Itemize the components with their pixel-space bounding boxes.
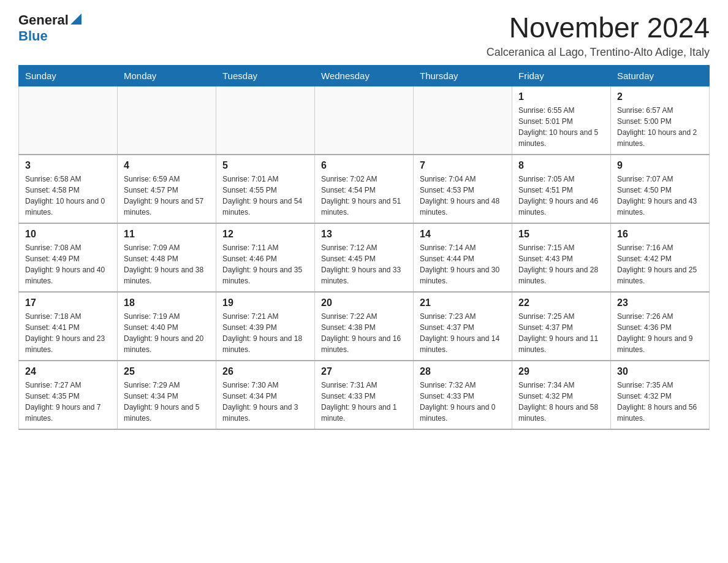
calendar-cell — [216, 86, 315, 155]
day-info: Sunrise: 7:21 AM Sunset: 4:39 PM Dayligh… — [222, 312, 302, 354]
calendar-cell: 28Sunrise: 7:32 AM Sunset: 4:33 PM Dayli… — [414, 361, 512, 429]
day-number: 11 — [124, 229, 210, 240]
calendar-week-row: 1Sunrise: 6:55 AM Sunset: 5:01 PM Daylig… — [19, 86, 710, 155]
day-info: Sunrise: 7:35 AM Sunset: 4:32 PM Dayligh… — [617, 381, 697, 423]
day-number: 24 — [25, 366, 111, 377]
day-number: 29 — [518, 366, 604, 377]
calendar-week-row: 24Sunrise: 7:27 AM Sunset: 4:35 PM Dayli… — [19, 361, 710, 429]
calendar-cell — [118, 86, 216, 155]
calendar-cell: 21Sunrise: 7:23 AM Sunset: 4:37 PM Dayli… — [414, 292, 512, 361]
calendar-cell: 30Sunrise: 7:35 AM Sunset: 4:32 PM Dayli… — [611, 361, 710, 429]
day-info: Sunrise: 7:16 AM Sunset: 4:42 PM Dayligh… — [617, 243, 697, 285]
logo-general: General — [18, 12, 69, 28]
day-number: 4 — [124, 160, 210, 171]
day-info: Sunrise: 7:08 AM Sunset: 4:49 PM Dayligh… — [25, 243, 105, 285]
day-number: 28 — [420, 366, 506, 377]
calendar-cell: 19Sunrise: 7:21 AM Sunset: 4:39 PM Dayli… — [216, 292, 315, 361]
day-info: Sunrise: 7:09 AM Sunset: 4:48 PM Dayligh… — [124, 243, 203, 285]
day-info: Sunrise: 7:31 AM Sunset: 4:33 PM Dayligh… — [321, 381, 396, 423]
day-info: Sunrise: 7:18 AM Sunset: 4:41 PM Dayligh… — [25, 312, 105, 354]
day-info: Sunrise: 7:07 AM Sunset: 4:50 PM Dayligh… — [617, 175, 697, 216]
day-number: 15 — [518, 229, 604, 240]
weekday-header: Wednesday — [315, 65, 414, 86]
calendar-cell: 17Sunrise: 7:18 AM Sunset: 4:41 PM Dayli… — [19, 292, 118, 361]
day-info: Sunrise: 7:14 AM Sunset: 4:44 PM Dayligh… — [420, 243, 499, 285]
weekday-header: Sunday — [19, 65, 118, 86]
weekday-header: Monday — [118, 65, 216, 86]
calendar-cell: 4Sunrise: 6:59 AM Sunset: 4:57 PM Daylig… — [118, 155, 216, 223]
day-number: 7 — [420, 160, 506, 171]
page-header: General Blue November 2024 Calceranica a… — [18, 12, 710, 59]
day-number: 1 — [518, 91, 604, 102]
calendar-cell — [315, 86, 414, 155]
day-number: 10 — [25, 229, 111, 240]
calendar-cell: 9Sunrise: 7:07 AM Sunset: 4:50 PM Daylig… — [611, 155, 710, 223]
day-info: Sunrise: 7:29 AM Sunset: 4:34 PM Dayligh… — [124, 381, 199, 423]
day-number: 16 — [617, 229, 703, 240]
day-info: Sunrise: 7:12 AM Sunset: 4:45 PM Dayligh… — [321, 243, 401, 285]
calendar-cell: 29Sunrise: 7:34 AM Sunset: 4:32 PM Dayli… — [512, 361, 611, 429]
calendar-cell: 26Sunrise: 7:30 AM Sunset: 4:34 PM Dayli… — [216, 361, 315, 429]
day-info: Sunrise: 7:15 AM Sunset: 4:43 PM Dayligh… — [518, 243, 598, 285]
calendar-cell: 13Sunrise: 7:12 AM Sunset: 4:45 PM Dayli… — [315, 223, 414, 292]
day-info: Sunrise: 7:05 AM Sunset: 4:51 PM Dayligh… — [518, 175, 598, 216]
calendar-cell: 14Sunrise: 7:14 AM Sunset: 4:44 PM Dayli… — [414, 223, 512, 292]
day-info: Sunrise: 7:34 AM Sunset: 4:32 PM Dayligh… — [518, 381, 598, 423]
calendar-cell: 27Sunrise: 7:31 AM Sunset: 4:33 PM Dayli… — [315, 361, 414, 429]
day-number: 5 — [222, 160, 308, 171]
day-number: 23 — [617, 297, 703, 308]
day-info: Sunrise: 7:32 AM Sunset: 4:33 PM Dayligh… — [420, 381, 495, 423]
day-number: 27 — [321, 366, 407, 377]
calendar-cell: 3Sunrise: 6:58 AM Sunset: 4:58 PM Daylig… — [19, 155, 118, 223]
day-info: Sunrise: 6:58 AM Sunset: 4:58 PM Dayligh… — [25, 175, 105, 216]
day-info: Sunrise: 7:11 AM Sunset: 4:46 PM Dayligh… — [222, 243, 302, 285]
calendar-cell: 22Sunrise: 7:25 AM Sunset: 4:37 PM Dayli… — [512, 292, 611, 361]
day-number: 12 — [222, 229, 308, 240]
calendar-week-row: 17Sunrise: 7:18 AM Sunset: 4:41 PM Dayli… — [19, 292, 710, 361]
weekday-header: Tuesday — [216, 65, 315, 86]
day-info: Sunrise: 7:23 AM Sunset: 4:37 PM Dayligh… — [420, 312, 499, 354]
day-number: 3 — [25, 160, 111, 171]
day-info: Sunrise: 7:22 AM Sunset: 4:38 PM Dayligh… — [321, 312, 401, 354]
day-info: Sunrise: 7:04 AM Sunset: 4:53 PM Dayligh… — [420, 175, 499, 216]
day-number: 9 — [617, 160, 703, 171]
calendar-cell: 2Sunrise: 6:57 AM Sunset: 5:00 PM Daylig… — [611, 86, 710, 155]
day-number: 14 — [420, 229, 506, 240]
day-number: 30 — [617, 366, 703, 377]
calendar-cell — [19, 86, 118, 155]
day-info: Sunrise: 6:59 AM Sunset: 4:57 PM Dayligh… — [124, 175, 203, 216]
calendar-table: SundayMondayTuesdayWednesdayThursdayFrid… — [18, 65, 710, 430]
day-info: Sunrise: 6:55 AM Sunset: 5:01 PM Dayligh… — [518, 106, 598, 148]
title-section: November 2024 Calceranica al Lago, Trent… — [487, 12, 710, 59]
day-number: 19 — [222, 297, 308, 308]
calendar-cell: 11Sunrise: 7:09 AM Sunset: 4:48 PM Dayli… — [118, 223, 216, 292]
calendar-cell — [414, 86, 512, 155]
day-info: Sunrise: 7:01 AM Sunset: 4:55 PM Dayligh… — [222, 175, 302, 216]
day-info: Sunrise: 7:26 AM Sunset: 4:36 PM Dayligh… — [617, 312, 692, 354]
calendar-cell: 24Sunrise: 7:27 AM Sunset: 4:35 PM Dayli… — [19, 361, 118, 429]
day-number: 18 — [124, 297, 210, 308]
day-number: 2 — [617, 91, 703, 102]
calendar-cell: 15Sunrise: 7:15 AM Sunset: 4:43 PM Dayli… — [512, 223, 611, 292]
day-info: Sunrise: 7:30 AM Sunset: 4:34 PM Dayligh… — [222, 381, 298, 423]
logo: General Blue — [18, 12, 82, 44]
day-info: Sunrise: 7:27 AM Sunset: 4:35 PM Dayligh… — [25, 381, 100, 423]
day-info: Sunrise: 7:02 AM Sunset: 4:54 PM Dayligh… — [321, 175, 401, 216]
calendar-cell: 25Sunrise: 7:29 AM Sunset: 4:34 PM Dayli… — [118, 361, 216, 429]
day-info: Sunrise: 7:19 AM Sunset: 4:40 PM Dayligh… — [124, 312, 203, 354]
day-number: 17 — [25, 297, 111, 308]
calendar-cell: 16Sunrise: 7:16 AM Sunset: 4:42 PM Dayli… — [611, 223, 710, 292]
day-number: 22 — [518, 297, 604, 308]
weekday-header: Friday — [512, 65, 611, 86]
calendar-week-row: 10Sunrise: 7:08 AM Sunset: 4:49 PM Dayli… — [19, 223, 710, 292]
calendar-week-row: 3Sunrise: 6:58 AM Sunset: 4:58 PM Daylig… — [19, 155, 710, 223]
day-number: 26 — [222, 366, 308, 377]
calendar-cell: 6Sunrise: 7:02 AM Sunset: 4:54 PM Daylig… — [315, 155, 414, 223]
logo-arrow-icon — [70, 13, 82, 25]
calendar-cell: 20Sunrise: 7:22 AM Sunset: 4:38 PM Dayli… — [315, 292, 414, 361]
calendar-cell: 7Sunrise: 7:04 AM Sunset: 4:53 PM Daylig… — [414, 155, 512, 223]
calendar-cell: 8Sunrise: 7:05 AM Sunset: 4:51 PM Daylig… — [512, 155, 611, 223]
logo-blue: Blue — [18, 28, 48, 44]
calendar-cell: 1Sunrise: 6:55 AM Sunset: 5:01 PM Daylig… — [512, 86, 611, 155]
day-number: 25 — [124, 366, 210, 377]
